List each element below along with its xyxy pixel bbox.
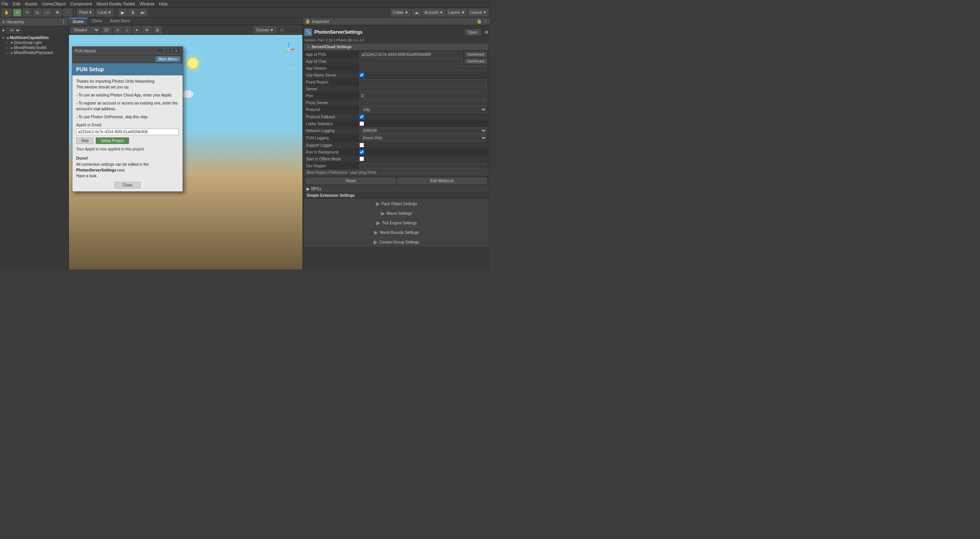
menu-help[interactable]: Help	[159, 2, 168, 6]
transform-tool-btn[interactable]: ✥	[53, 9, 62, 16]
app-id-pun-dashboard[interactable]: Dashboard	[465, 52, 487, 57]
proxy-server-input[interactable]	[359, 100, 487, 106]
rotate-tool-btn[interactable]: ↻	[23, 9, 31, 16]
app-id-chat-input[interactable]	[359, 59, 462, 64]
menu-assets[interactable]: Assets	[25, 2, 38, 6]
tab-asset-store[interactable]: Asset Store	[106, 18, 134, 25]
pun-close-btn[interactable]: Close	[114, 182, 140, 188]
tab-game[interactable]: Game	[88, 18, 106, 25]
scene-search[interactable]	[278, 26, 301, 34]
fixed-region-input[interactable]	[359, 79, 487, 85]
pun-wizard-maximize[interactable]: □	[165, 48, 171, 54]
gizmos-btn[interactable]: Gizmos ▼	[253, 26, 276, 34]
menu-gameobject[interactable]: GameObject	[42, 2, 66, 6]
scene-right-toolbar: Gizmos ▼	[253, 26, 301, 34]
hierarchy-item-dirlight[interactable]: ▷ ☀ Directional Light	[0, 40, 69, 45]
layout-dropdown[interactable]: Layout ▼	[468, 9, 488, 16]
contact-group-section: ▶ Contact Group Settings	[304, 237, 488, 247]
contact-group-header[interactable]: ▶ Contact Group Settings	[305, 238, 488, 246]
tab-scene[interactable]: Scene	[69, 18, 88, 25]
pause-btn[interactable]: ⏸	[128, 9, 137, 16]
cloud-btn[interactable]: ☁	[412, 9, 421, 16]
reset-btn[interactable]: Reset	[306, 178, 396, 184]
pack-object-header[interactable]: ▶ Pack Object Settings	[305, 199, 488, 208]
hierarchy-filter[interactable]: All	[7, 27, 21, 33]
use-name-server-checkbox[interactable]	[359, 73, 364, 77]
prop-port: Port	[304, 92, 488, 99]
app-id-chat-dashboard[interactable]: Dashboard	[465, 59, 487, 64]
hierarchy-item-mrtkplayspace[interactable]: ▷ ◈ MixedRealityPlayspace	[0, 50, 69, 55]
hierarchy-item-mrtk[interactable]: ▷ ◈ MixedRealityToolkit	[0, 45, 69, 50]
server-cloud-section[interactable]: ▼ Server/Cloud Settings	[304, 44, 488, 50]
scene-viewport[interactable]: < Persp PUN Wizard _ □ ✕ Main Menu PUN S…	[69, 35, 302, 270]
edit-whitelist-btn[interactable]: Edit WhiteList	[397, 178, 487, 184]
hidden-objs-btn[interactable]: 👁	[142, 26, 152, 34]
inspector-obj-icon: 🔧	[304, 28, 312, 36]
hierarchy-menu-icon[interactable]: ⋮	[61, 19, 66, 25]
shading-dropdown[interactable]: Shaded Wireframe	[70, 27, 100, 33]
inspector-title-row: 🔧 PhotonServerSettings Open ⚙	[304, 27, 488, 38]
inspector-lock-icon[interactable]: 🔒	[477, 19, 482, 24]
2d-btn[interactable]: 2D	[101, 26, 112, 34]
pun-appid-input[interactable]	[76, 129, 179, 135]
mount-settings-header[interactable]: ▶ Mount Settings	[305, 209, 488, 217]
scene-toolbar: Shaded Wireframe 2D ☀ ♪ ✦ 👁 ⊞ Gizmos ▼	[69, 25, 302, 35]
hierarchy-item-multiuser[interactable]: ▼ ◈ MultiUserCapabilities	[0, 35, 69, 40]
menu-mrtk[interactable]: Mixed Reality Toolkit	[96, 2, 135, 6]
account-dropdown[interactable]: Account ▼	[423, 9, 445, 16]
scale-tool-btn[interactable]: ⊡	[33, 9, 41, 16]
app-version-input[interactable]	[359, 65, 487, 71]
menu-window[interactable]: Window	[139, 2, 154, 6]
audio-btn[interactable]: ♪	[124, 26, 131, 34]
world-bounds-header[interactable]: ▶ World Bounds Settings	[305, 228, 488, 237]
svg-marker-1	[287, 42, 290, 44]
pun-skip-btn[interactable]: Skip	[76, 137, 93, 144]
gizmo-widget[interactable]	[281, 42, 296, 57]
menu-component[interactable]: Component	[70, 2, 92, 6]
persp-label: < Persp	[283, 62, 295, 66]
inspector-settings-icon[interactable]: ⚙	[485, 30, 488, 35]
move-tool-btn[interactable]: ✛	[13, 9, 21, 16]
hand-tool-btn[interactable]: ✋	[2, 9, 11, 16]
rect-tool-btn[interactable]: ▭	[43, 9, 52, 16]
inspector-more-icon[interactable]: ⋮	[483, 19, 488, 24]
pun-setup-btn[interactable]: Setup Project	[96, 137, 129, 144]
tick-engine-header[interactable]: ▶ Tick Engine Settings	[305, 219, 488, 227]
pivot-dropdown[interactable]: Pivot▼	[77, 9, 94, 16]
pun-wizard-minimize[interactable]: _	[157, 48, 163, 54]
support-logger-checkbox[interactable]	[359, 143, 364, 147]
local-dropdown[interactable]: Local▼	[96, 9, 113, 16]
run-in-background-checkbox[interactable]	[359, 150, 364, 154]
toolbar-right: Collab ▼ ☁ Account ▼ Layers ▼ Layout ▼	[391, 9, 488, 16]
pun-logging-dropdown[interactable]: Errors Only Informational Full	[359, 135, 487, 141]
prop-protocol-fallback: Protocol Fallback	[304, 113, 488, 120]
app-id-pun-input[interactable]	[359, 52, 462, 57]
prop-use-name-server: Use Name Server	[304, 72, 488, 78]
menu-edit[interactable]: Edit	[13, 2, 20, 6]
lighting-btn[interactable]: ☀	[113, 26, 122, 34]
sep1	[75, 9, 75, 16]
pun-wizard-close[interactable]: ✕	[173, 48, 180, 54]
inspector-content: 🔧 PhotonServerSettings Open ⚙ Version: P…	[303, 25, 490, 270]
custom-tool-btn[interactable]: ⋯	[63, 9, 72, 16]
dev-region-input[interactable]	[359, 163, 487, 169]
network-logging-dropdown[interactable]: ERROR WARNING INFO DEBUG	[359, 127, 487, 134]
step-btn[interactable]: ⏭	[138, 9, 147, 16]
protocol-fallback-checkbox[interactable]	[359, 114, 364, 119]
protocol-dropdown[interactable]: Udp Tcp WebSocket WebSocketSecure	[359, 106, 487, 113]
rpcs-section[interactable]: ▶ RPCs	[304, 186, 488, 192]
grid-btn[interactable]: ⊞	[153, 26, 162, 34]
effects-btn[interactable]: ✦	[132, 26, 141, 34]
port-input[interactable]	[359, 93, 487, 99]
pun-wizard-main-menu-btn[interactable]: Main Menu	[155, 56, 180, 62]
server-input[interactable]	[359, 86, 487, 92]
pun-wizard-header: PUN Setup	[72, 63, 183, 75]
lobby-statistics-checkbox[interactable]	[359, 121, 364, 126]
collab-dropdown[interactable]: Collab ▼	[391, 9, 410, 16]
hierarchy-title: Hierarchy	[6, 20, 24, 24]
menu-file[interactable]: File	[2, 2, 8, 6]
start-offline-checkbox[interactable]	[359, 157, 364, 161]
layers-dropdown[interactable]: Layers ▼	[447, 9, 467, 16]
play-btn[interactable]: ▶	[118, 9, 127, 16]
inspector-open-btn[interactable]: Open	[465, 29, 481, 35]
